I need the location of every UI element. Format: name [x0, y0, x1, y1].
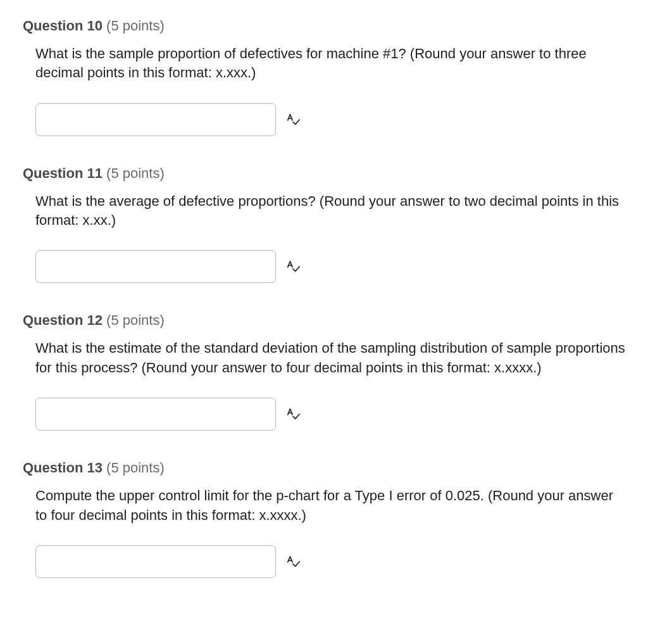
question-label: Question 11 [23, 165, 106, 181]
question-prefix: Question [23, 312, 83, 328]
answer-row [35, 250, 625, 283]
answer-input[interactable] [35, 103, 276, 136]
question-block-13: Question 13 (5 points) Compute the upper… [23, 460, 625, 578]
question-text: Compute the upper control limit for the … [35, 486, 625, 525]
question-header: Question 12 (5 points) [23, 312, 625, 329]
answer-row [35, 398, 625, 431]
question-number: 12 [87, 312, 102, 328]
question-label: Question 12 [23, 312, 106, 328]
question-points: (5 points) [106, 165, 165, 181]
question-header: Question 11 (5 points) [23, 165, 625, 182]
question-number: 10 [87, 18, 102, 34]
question-number: 11 [87, 165, 102, 181]
question-block-12: Question 12 (5 points) What is the estim… [23, 312, 625, 431]
question-block-11: Question 11 (5 points) What is the avera… [23, 165, 625, 284]
answer-input[interactable] [35, 398, 276, 431]
question-header: Question 10 (5 points) [23, 18, 625, 34]
question-points: (5 points) [106, 18, 165, 34]
question-points: (5 points) [106, 312, 165, 328]
question-prefix: Question [23, 165, 83, 181]
question-header: Question 13 (5 points) [23, 460, 625, 476]
question-label: Question 10 [23, 18, 106, 34]
question-points: (5 points) [106, 460, 165, 476]
spellcheck-icon[interactable] [285, 406, 301, 422]
spellcheck-icon[interactable] [285, 258, 301, 275]
question-label: Question 13 [23, 460, 106, 476]
question-prefix: Question [23, 18, 83, 34]
question-block-10: Question 10 (5 points) What is the sampl… [23, 18, 625, 136]
answer-row [35, 103, 625, 136]
answer-input[interactable] [35, 545, 276, 578]
answer-input[interactable] [35, 250, 276, 283]
question-text: What is the estimate of the standard dev… [35, 339, 625, 377]
question-number: 13 [87, 460, 102, 476]
answer-row [35, 545, 625, 578]
question-prefix: Question [23, 460, 83, 476]
spellcheck-icon[interactable] [285, 553, 301, 570]
question-text: What is the average of defective proport… [35, 192, 625, 230]
question-text: What is the sample proportion of defecti… [35, 44, 625, 83]
spellcheck-icon[interactable] [285, 111, 301, 128]
